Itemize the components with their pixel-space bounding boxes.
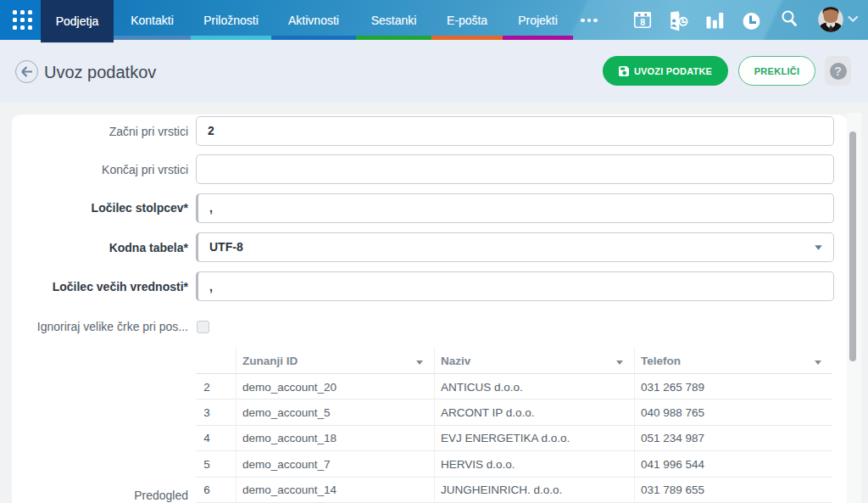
svg-text:8: 8 [640, 17, 645, 27]
